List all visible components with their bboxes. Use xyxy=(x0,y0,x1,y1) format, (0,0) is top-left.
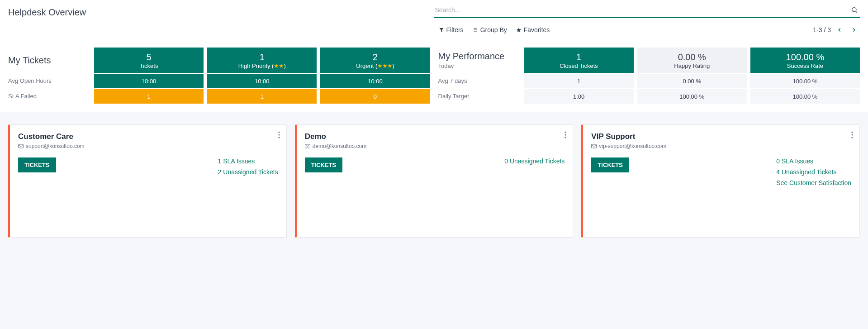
sla-failed-value[interactable]: 0 xyxy=(320,89,430,104)
svg-rect-8 xyxy=(19,144,24,148)
tickets-button[interactable]: TICKETS xyxy=(305,157,343,172)
metric-label: High Priority (★★) xyxy=(238,62,286,69)
filters-button[interactable]: Filters xyxy=(434,24,468,35)
avg-7-days-value[interactable]: 100.00 % xyxy=(750,74,860,88)
kebab-icon xyxy=(851,131,853,138)
metric-label: Tickets xyxy=(140,62,158,69)
pager-next-button[interactable] xyxy=(848,26,860,34)
tickets-metric-header[interactable]: 2Urgent (★★★) xyxy=(320,48,430,73)
svg-point-0 xyxy=(852,8,856,12)
avg-open-hours-value[interactable]: 10:00 xyxy=(207,74,317,88)
metric-label: Urgent (★★★) xyxy=(356,62,394,69)
daily-target-value[interactable]: 100.00 % xyxy=(750,89,860,104)
avg-7-days-label: Avg 7 days xyxy=(438,73,520,88)
favorites-label: Favorites xyxy=(524,26,550,33)
performance-metric-header[interactable]: 0.00 %Happy Rating xyxy=(637,48,747,73)
search-icon xyxy=(851,6,858,14)
performance-metric-header[interactable]: 100.00 %Success Rate xyxy=(750,48,860,73)
page-title: Helpdesk Overview xyxy=(8,5,86,18)
metric-label: Success Rate xyxy=(787,62,823,69)
kebab-icon xyxy=(564,131,566,138)
envelope-icon xyxy=(591,144,597,148)
svg-point-9 xyxy=(565,131,566,133)
sla-failed-value[interactable]: 1 xyxy=(207,89,317,104)
team-email: vip-support@konsultoo.com xyxy=(591,143,851,149)
pager-text: 1-3 / 3 xyxy=(813,26,831,33)
team-card[interactable]: Demodemo@konsultoo.comTICKETS0 Unassigne… xyxy=(295,124,574,238)
list-icon xyxy=(473,27,478,33)
team-stat-link[interactable]: 4 Unassigned Tickets xyxy=(776,168,851,176)
funnel-icon xyxy=(439,27,444,33)
favorites-button[interactable]: Favorites xyxy=(512,24,555,35)
metric-value: 1 xyxy=(576,52,581,62)
avg-open-hours-value[interactable]: 10:00 xyxy=(94,74,204,88)
svg-line-1 xyxy=(856,11,857,13)
tickets-button[interactable]: TICKETS xyxy=(18,157,56,172)
today-label: Today xyxy=(438,62,520,69)
tickets-metric-col: 2Urgent (★★★)10:000 xyxy=(320,48,430,104)
performance-metric-col: 0.00 %Happy Rating0.00 %100.00 % xyxy=(637,48,747,104)
svg-point-7 xyxy=(278,137,280,138)
avg-open-hours-value[interactable]: 10:00 xyxy=(320,74,430,88)
tickets-metric-col: 5Tickets10:001 xyxy=(94,48,204,104)
team-name: Demo xyxy=(305,132,565,141)
metric-value: 100.00 % xyxy=(786,52,825,62)
metric-count: 2 xyxy=(373,52,378,62)
team-email: demo@konsultoo.com xyxy=(305,143,565,149)
svg-point-14 xyxy=(851,134,853,135)
metric-value: 0.00 % xyxy=(678,52,706,62)
svg-rect-12 xyxy=(305,144,310,148)
sla-failed-label: SLA Failed xyxy=(8,88,90,104)
metric-label: Happy Rating xyxy=(674,62,710,69)
daily-target-value[interactable]: 1.00 xyxy=(524,89,634,104)
filters-label: Filters xyxy=(446,26,464,33)
tickets-metric-header[interactable]: 1High Priority (★★) xyxy=(207,48,317,73)
search-button[interactable] xyxy=(849,5,860,15)
sla-failed-value[interactable]: 1 xyxy=(94,89,204,104)
card-menu-button[interactable] xyxy=(278,131,280,138)
chevron-left-icon xyxy=(836,27,843,33)
my-performance-panel: My Performance Today Avg 7 days Daily Ta… xyxy=(438,48,860,104)
performance-metric-col: 100.00 %Success Rate100.00 %100.00 % xyxy=(750,48,860,104)
svg-point-6 xyxy=(278,134,280,135)
card-menu-button[interactable] xyxy=(851,131,853,138)
team-card[interactable]: VIP Supportvip-support@konsultoo.comTICK… xyxy=(581,124,860,238)
performance-metric-col: 1Closed Tickets11.00 xyxy=(524,48,634,104)
team-name: VIP Support xyxy=(591,132,851,141)
envelope-icon xyxy=(305,144,310,148)
metric-label: Closed Tickets xyxy=(560,62,598,69)
svg-rect-16 xyxy=(592,144,597,148)
chevron-right-icon xyxy=(851,27,857,33)
daily-target-label: Daily Target xyxy=(438,88,520,104)
star-icon xyxy=(516,27,522,33)
svg-point-10 xyxy=(565,134,566,135)
teams-kanban: Customer Caresupport@konsultoo.comTICKET… xyxy=(0,112,868,250)
tickets-metric-col: 1High Priority (★★)10:001 xyxy=(207,48,317,104)
tickets-button[interactable]: TICKETS xyxy=(591,157,629,172)
team-stat-link[interactable]: 0 SLA Issues xyxy=(776,157,851,165)
my-performance-heading: My Performance xyxy=(438,51,520,62)
team-card[interactable]: Customer Caresupport@konsultoo.comTICKET… xyxy=(8,124,287,238)
dashboard: My Tickets Avg Open Hours SLA Failed 5Ti… xyxy=(0,40,868,112)
groupby-label: Group By xyxy=(480,26,507,33)
my-tickets-panel: My Tickets Avg Open Hours SLA Failed 5Ti… xyxy=(8,48,430,104)
daily-target-value[interactable]: 100.00 % xyxy=(637,89,747,104)
metric-count: 5 xyxy=(147,52,152,62)
kebab-icon xyxy=(278,131,280,138)
avg-7-days-value[interactable]: 0.00 % xyxy=(637,74,747,88)
svg-point-13 xyxy=(851,131,853,133)
team-stat-link[interactable]: See Customer Satisfaction xyxy=(776,179,851,186)
avg-open-hours-label: Avg Open Hours xyxy=(8,73,90,88)
envelope-icon xyxy=(18,144,24,148)
team-email: support@konsultoo.com xyxy=(18,143,278,149)
tickets-metric-header[interactable]: 5Tickets xyxy=(94,48,204,73)
card-menu-button[interactable] xyxy=(564,131,566,138)
pager-prev-button[interactable] xyxy=(834,26,845,34)
groupby-button[interactable]: Group By xyxy=(468,24,512,35)
performance-metric-header[interactable]: 1Closed Tickets xyxy=(524,48,634,73)
search-input[interactable] xyxy=(434,5,849,15)
team-stat-link[interactable]: 1 SLA Issues xyxy=(218,157,278,165)
team-stat-link[interactable]: 0 Unassigned Tickets xyxy=(504,157,564,165)
avg-7-days-value[interactable]: 1 xyxy=(524,74,634,88)
team-stat-link[interactable]: 2 Unassigned Tickets xyxy=(218,168,278,176)
